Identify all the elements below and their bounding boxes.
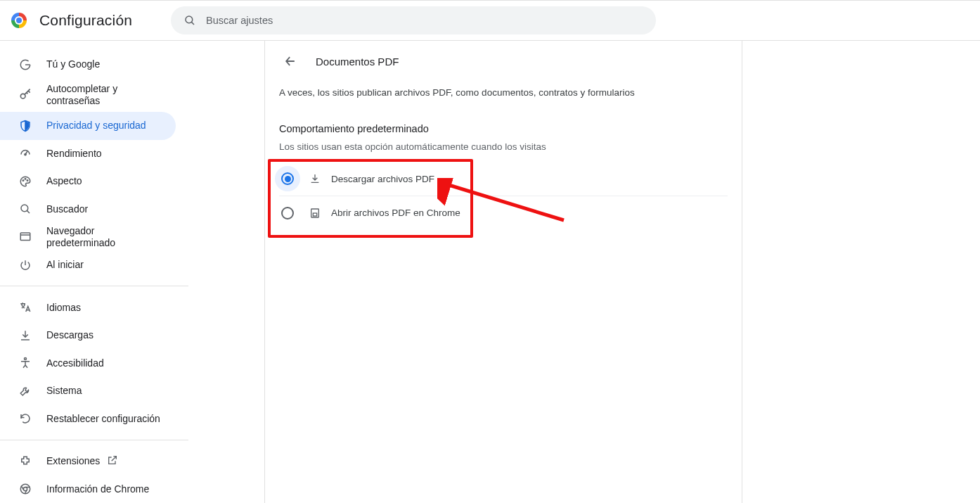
sidebar-item-label: Extensiones [46, 455, 100, 467]
sidebar-item-label: Tú y Google [46, 58, 100, 70]
section-subtitle: Los sitios usan esta opción automáticame… [265, 134, 742, 152]
sidebar-divider [0, 440, 188, 440]
sidebar-item-you-and-google[interactable]: Tú y Google [0, 51, 176, 79]
google-g-icon [18, 58, 32, 72]
app-title: Configuración [39, 12, 132, 29]
app-header: Configuración Buscar ajustes [0, 0, 980, 41]
sidebar: Tú y Google Autocompletar y contraseñas … [0, 41, 188, 503]
sidebar-item-reset[interactable]: Restablecer configuración [0, 405, 176, 433]
sidebar-item-default-browser[interactable]: Navegador predeterminado [0, 223, 176, 251]
search-icon [183, 14, 196, 27]
radio-unselected-icon [281, 207, 294, 219]
speedometer-icon [18, 146, 32, 160]
palette-icon [18, 174, 32, 189]
key-icon [18, 88, 32, 102]
sidebar-item-label: Idiomas [46, 302, 81, 314]
page-description: A veces, los sitios publican archivos PD… [265, 82, 742, 98]
option-label: Abrir archivos PDF en Chrome [331, 208, 460, 218]
radio-selected-icon [281, 172, 294, 185]
option-download-pdf[interactable]: Descargar archivos PDF [279, 162, 728, 196]
sidebar-item-appearance[interactable]: Aspecto [0, 167, 176, 196]
extension-icon [18, 454, 32, 469]
section-title: Comportamiento predeterminado [265, 98, 742, 134]
download-icon [309, 172, 321, 185]
sidebar-item-label: Navegador predeterminado [46, 225, 162, 249]
search-input[interactable]: Buscar ajustes [171, 6, 656, 34]
svg-point-7 [21, 205, 28, 212]
option-open-pdf[interactable]: Abrir archivos PDF en Chrome [279, 196, 728, 229]
sidebar-item-label: Descargas [46, 329, 94, 341]
sidebar-item-about[interactable]: Información de Chrome [0, 476, 176, 503]
svg-point-5 [25, 178, 26, 179]
page-title: Documentos PDF [316, 56, 399, 68]
sidebar-item-on-startup[interactable]: Al iniciar [0, 251, 176, 279]
sidebar-item-label: Buscador [46, 203, 88, 215]
sidebar-item-label: Restablecer configuración [46, 413, 160, 425]
reset-icon [18, 412, 32, 426]
sidebar-item-label: Autocompletar y contraseñas [46, 83, 162, 107]
svg-point-2 [20, 94, 25, 99]
sidebar-item-label: Sistema [46, 385, 82, 397]
content-pane: Documentos PDF A veces, los sitios publi… [264, 41, 742, 503]
search-placeholder: Buscar ajustes [206, 15, 273, 26]
sidebar-item-search-engine[interactable]: Buscador [0, 196, 176, 224]
sidebar-item-label: Privacidad y seguridad [46, 120, 146, 132]
sidebar-item-label: Información de Chrome [46, 483, 149, 495]
open-in-new-icon [107, 454, 118, 469]
back-button[interactable] [279, 50, 302, 72]
sidebar-item-privacy[interactable]: Privacidad y seguridad [0, 112, 176, 140]
sidebar-item-label: Al iniciar [46, 259, 84, 271]
sidebar-item-label: Aspecto [46, 175, 82, 187]
sidebar-item-extensions[interactable]: Extensiones [0, 447, 176, 476]
sidebar-item-downloads[interactable]: Descargas [0, 321, 176, 350]
search-icon [18, 202, 32, 216]
chrome-icon [18, 482, 32, 496]
svg-rect-15 [313, 213, 316, 216]
wrench-icon [18, 384, 32, 398]
options-group: Descargar archivos PDF Abrir archivos PD… [279, 162, 728, 229]
svg-point-11 [25, 358, 27, 360]
shield-icon [18, 119, 32, 133]
sidebar-item-label: Accesibilidad [46, 357, 104, 369]
svg-point-0 [186, 16, 193, 23]
power-icon [18, 258, 32, 272]
download-icon [18, 329, 32, 343]
sidebar-item-label: Rendimiento [46, 148, 102, 160]
svg-point-4 [22, 180, 24, 182]
arrow-left-icon [283, 54, 297, 68]
browser-icon [18, 230, 32, 244]
svg-point-6 [27, 180, 28, 182]
chrome-logo-icon [11, 13, 27, 28]
translate-icon [18, 300, 32, 314]
sidebar-item-performance[interactable]: Rendimiento [0, 140, 176, 168]
sidebar-item-autofill[interactable]: Autocompletar y contraseñas [0, 79, 176, 112]
svg-line-1 [191, 22, 194, 25]
sidebar-item-languages[interactable]: Idiomas [0, 293, 176, 321]
sidebar-item-accessibility[interactable]: Accesibilidad [0, 349, 176, 377]
sidebar-item-system[interactable]: Sistema [0, 377, 176, 405]
svg-rect-9 [20, 233, 30, 241]
pdf-icon [309, 207, 321, 219]
accessibility-icon [18, 356, 32, 370]
svg-line-8 [27, 211, 30, 214]
sidebar-divider [0, 286, 188, 286]
option-label: Descargar archivos PDF [331, 174, 434, 184]
svg-point-3 [25, 154, 26, 155]
